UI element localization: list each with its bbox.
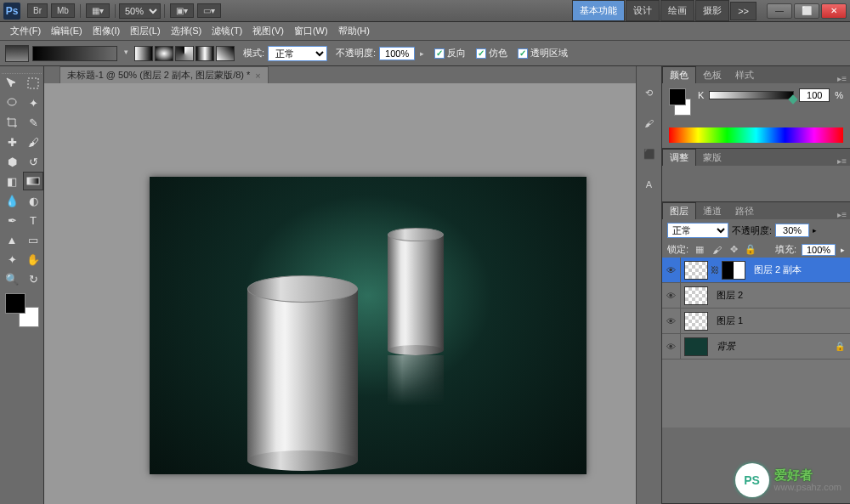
tab-layers[interactable]: 图层 — [662, 202, 696, 219]
window-minimize-button[interactable]: — — [767, 3, 792, 19]
panel-menu-icon[interactable]: ▸≡ — [834, 210, 850, 219]
zoom-tool[interactable]: 🔍 — [2, 269, 22, 288]
visibility-toggle[interactable] — [662, 258, 681, 282]
close-icon[interactable]: × — [255, 71, 260, 81]
brush-tool[interactable]: 🖌 — [23, 133, 43, 151]
pen-tool[interactable]: ✒ — [2, 211, 22, 229]
lock-all-icon[interactable]: 🔒 — [745, 244, 756, 256]
layer-name: 图层 1 — [711, 314, 743, 327]
tab-channels[interactable]: 通道 — [696, 203, 728, 219]
gradient-angle-button[interactable] — [175, 46, 194, 61]
gradient-radial-button[interactable] — [155, 46, 173, 61]
eyedropper-tool[interactable]: ✎ — [23, 113, 43, 132]
type-tool[interactable]: T — [23, 211, 43, 229]
arrange-docs-button[interactable]: ▣▾ — [170, 3, 194, 18]
move-tool[interactable] — [2, 74, 22, 93]
gradient-tool-icon[interactable] — [5, 45, 29, 62]
visibility-toggle[interactable] — [662, 309, 681, 333]
brush-panel-icon[interactable]: 🖌 — [640, 114, 659, 133]
menu-filter[interactable]: 滤镜(T) — [207, 23, 247, 39]
panel-menu-icon[interactable]: ▸≡ — [834, 74, 850, 83]
menu-help[interactable]: 帮助(H) — [333, 23, 375, 39]
crop-tool[interactable] — [2, 113, 22, 132]
blend-mode-select[interactable]: 正常 — [268, 46, 327, 61]
window-maximize-button[interactable]: ⬜ — [794, 3, 819, 19]
workspace-painting[interactable]: 绘画 — [660, 0, 694, 21]
marquee-tool[interactable] — [23, 74, 43, 93]
tab-styles[interactable]: 样式 — [728, 67, 761, 83]
view-extras-button[interactable]: ▦▾ — [86, 3, 110, 18]
lock-label: 锁定: — [667, 243, 688, 256]
workspace-photography[interactable]: 摄影 — [695, 0, 729, 21]
launch-bridge-button[interactable]: Br — [27, 3, 48, 18]
char-panel-icon[interactable]: A — [640, 175, 659, 194]
history-panel-icon[interactable]: ⟲ — [640, 83, 659, 102]
reverse-checkbox[interactable]: ✓反向 — [434, 47, 466, 59]
launch-minibridge-button[interactable]: Mb — [51, 3, 75, 18]
rotate-view-tool[interactable]: ↻ — [23, 269, 43, 288]
visibility-toggle[interactable] — [662, 334, 681, 359]
gradient-tool[interactable] — [23, 172, 43, 190]
tab-adjustments[interactable]: 调整 — [662, 149, 696, 166]
stamp-tool[interactable]: ⬢ — [2, 152, 22, 171]
menu-view[interactable]: 视图(V) — [247, 23, 289, 39]
gradient-linear-button[interactable] — [134, 46, 153, 61]
k-value-input[interactable] — [799, 88, 830, 102]
gradient-reflected-button[interactable] — [196, 46, 214, 61]
menu-layer[interactable]: 图层(L) — [125, 23, 165, 39]
foreground-swatch[interactable] — [5, 293, 26, 314]
eraser-tool[interactable]: ◧ — [2, 172, 22, 190]
panel-menu-icon[interactable]: ▸≡ — [834, 156, 850, 166]
shape-tool[interactable]: ▭ — [23, 230, 43, 249]
menu-window[interactable]: 窗口(W) — [289, 23, 333, 39]
fill-input[interactable] — [802, 244, 836, 256]
canvas[interactable] — [44, 83, 636, 504]
workspace-more[interactable]: >> — [730, 2, 756, 20]
color-swatches[interactable] — [5, 293, 39, 327]
clone-panel-icon[interactable]: ⬛ — [640, 144, 659, 163]
3d-tool[interactable]: ✦ — [2, 250, 22, 269]
layer-row[interactable]: 图层 2 — [662, 283, 850, 309]
k-slider[interactable] — [709, 91, 794, 99]
tab-paths[interactable]: 路径 — [728, 203, 761, 219]
history-brush-tool[interactable]: ↺ — [23, 152, 43, 171]
tab-color[interactable]: 颜色 — [662, 66, 696, 83]
tab-swatches[interactable]: 色板 — [696, 67, 728, 83]
lock-transparent-icon[interactable]: ▦ — [694, 244, 706, 256]
transparency-checkbox[interactable]: ✓透明区域 — [518, 47, 568, 59]
document-tab[interactable]: 未标题-1 @ 50% (图层 2 副本, 图层蒙版/8) * × — [60, 66, 269, 83]
blur-tool[interactable]: 💧 — [2, 191, 22, 210]
menu-file[interactable]: 文件(F) — [5, 23, 46, 39]
spectrum-picker[interactable] — [669, 127, 843, 143]
layer-opacity-input[interactable] — [775, 224, 809, 237]
menu-image[interactable]: 图像(I) — [88, 23, 125, 39]
lock-position-icon[interactable]: ✥ — [728, 244, 740, 256]
lasso-tool[interactable] — [2, 93, 22, 112]
workspace-basic[interactable]: 基本功能 — [572, 0, 625, 21]
dither-checkbox[interactable]: ✓仿色 — [476, 47, 507, 59]
window-close-button[interactable]: ✕ — [821, 3, 847, 19]
hand-tool[interactable]: ✋ — [23, 250, 43, 269]
watermark-badge: PS — [735, 463, 769, 497]
workspace-design[interactable]: 设计 — [626, 0, 660, 21]
layer-row[interactable]: 背景 🔒 — [662, 334, 850, 360]
heal-tool[interactable]: ✚ — [2, 133, 22, 151]
opacity-input[interactable] — [379, 47, 415, 60]
gradient-preset-picker[interactable] — [32, 46, 117, 61]
screen-mode-button[interactable]: ▭▾ — [197, 3, 221, 18]
lock-pixels-icon[interactable]: 🖌 — [711, 244, 722, 256]
path-select-tool[interactable]: ▲ — [2, 230, 22, 249]
visibility-toggle[interactable] — [662, 283, 681, 308]
layer-blend-select[interactable]: 正常 — [667, 223, 728, 238]
color-panel: 颜色 色板 样式 ▸≡ K % — [662, 66, 850, 149]
tab-masks[interactable]: 蒙版 — [696, 150, 728, 166]
zoom-select[interactable]: 50% — [119, 3, 161, 19]
layer-row[interactable]: 图层 1 — [662, 309, 850, 334]
wand-tool[interactable]: ✦ — [23, 93, 43, 112]
gradient-diamond-button[interactable] — [216, 46, 235, 61]
dodge-tool[interactable]: ◐ — [23, 191, 43, 210]
menu-select[interactable]: 选择(S) — [166, 23, 207, 39]
layer-row[interactable]: ⛓ 图层 2 副本 — [662, 258, 850, 283]
color-swatches[interactable] — [669, 88, 691, 116]
menu-edit[interactable]: 编辑(E) — [46, 23, 88, 39]
